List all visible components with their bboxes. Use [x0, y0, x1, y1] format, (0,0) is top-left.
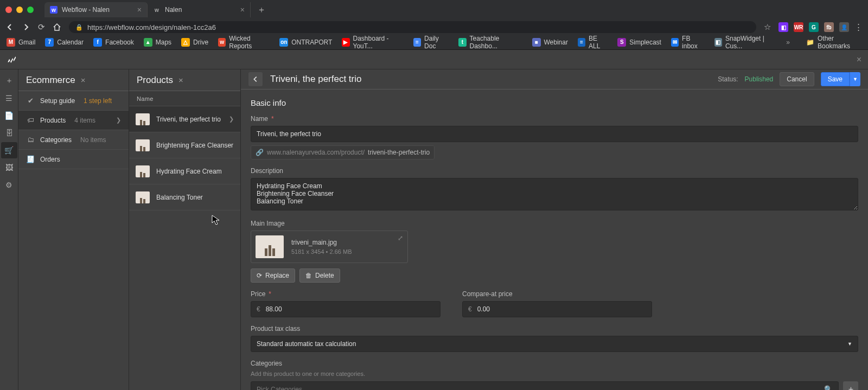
close-icon[interactable]: × — [81, 75, 86, 85]
close-icon[interactable]: × — [137, 5, 142, 14]
save-button[interactable]: Save — [821, 72, 850, 86]
extension-icon[interactable]: G — [809, 22, 819, 32]
sidebar-item-orders[interactable]: 🧾 Orders — [18, 150, 129, 169]
compare-input[interactable] — [477, 302, 652, 317]
add-element-icon[interactable]: ＋ — [1, 73, 17, 89]
maximize-window-icon[interactable] — [27, 7, 34, 13]
assets-icon[interactable]: 🖼 — [1, 159, 17, 176]
product-thumb-icon — [136, 113, 150, 125]
save-dropdown-button[interactable]: ▼ — [850, 72, 860, 86]
bookmark-yt[interactable]: ▶Dashboard - YouT... — [342, 35, 404, 50]
bookmark-gmail[interactable]: MGmail — [7, 38, 35, 47]
sidebar-item-label: Categories — [40, 136, 72, 144]
description-input[interactable] — [251, 178, 858, 210]
webflow-logo-icon[interactable] — [7, 55, 16, 65]
bookmark-icon: ◧ — [714, 38, 722, 47]
add-category-button[interactable]: ＋ — [843, 381, 858, 390]
panel-title: Products — [137, 75, 173, 86]
bookmark-fbinbox[interactable]: ✉FB inbox — [671, 35, 705, 50]
folder-icon: 📁 — [806, 39, 814, 46]
browser-tab-nalen[interactable]: w Nalen × — [148, 2, 251, 17]
bookmark-dailydoc[interactable]: ≡Daily Doc — [413, 35, 449, 50]
sidebar-item-categories[interactable]: 🗂 Categories No items — [18, 130, 129, 150]
bookmark-maps[interactable]: ▲Maps — [144, 38, 171, 47]
extension-icon[interactable]: fb — [824, 22, 834, 32]
compare-input-wrap: € — [462, 301, 652, 317]
close-icon[interactable]: × — [178, 75, 183, 85]
image-filename: triveni_main.jpg — [291, 239, 352, 246]
bookmark-label: Daily Doc — [424, 35, 449, 50]
navigator-icon[interactable]: ☰ — [1, 90, 17, 106]
currency-symbol: € — [251, 305, 266, 313]
webflow-topbar: × — [0, 50, 868, 69]
browser-tab-webflow[interactable]: w Webflow - Nalen × — [44, 2, 148, 17]
cancel-button[interactable]: Cancel — [780, 72, 814, 86]
select-value: Standard automatic tax calculation — [257, 340, 356, 348]
button-label: Delete — [315, 272, 334, 279]
lock-icon: 🔒 — [75, 24, 83, 31]
product-row-toner[interactable]: Balancing Toner — [129, 184, 240, 210]
bookmark-calendar[interactable]: 7Calendar — [45, 38, 84, 47]
categories-input[interactable]: Pick Categories... 🔍 — [251, 381, 839, 390]
address-bar[interactable]: 🔒 https://webflow.com/design/nalen-1cc2a… — [69, 21, 756, 33]
name-label: Name* — [251, 115, 858, 123]
ecommerce-panel: Ecommerce × ✔ Setup guide 1 step left 🏷 … — [18, 69, 129, 390]
bookmark-snapwidget[interactable]: ◧SnapWidget | Cus... — [714, 35, 777, 50]
menu-icon[interactable]: ⋮ — [854, 22, 863, 32]
close-icon[interactable]: × — [240, 5, 245, 14]
bookmark-ontraport[interactable]: onONTRAPORT — [279, 38, 332, 47]
extension-icon[interactable]: WR — [794, 22, 803, 32]
bookmark-facebook[interactable]: fFacebook — [93, 38, 134, 47]
bookmark-beall[interactable]: ≡BE ALL — [578, 35, 608, 50]
avatar-icon[interactable]: 👤 — [839, 22, 849, 32]
pages-icon[interactable]: 📄 — [1, 107, 17, 124]
star-icon[interactable]: ☆ — [764, 22, 771, 32]
bookmark-teachable[interactable]: tTeachable Dashbo... — [458, 35, 522, 50]
product-row-triveni[interactable]: Triveni, the perfect trio ❯ — [129, 106, 240, 132]
trash-icon: 🗑 — [305, 272, 312, 279]
bookmark-wicked[interactable]: wWicked Reports — [218, 35, 270, 50]
expand-icon[interactable]: ⤢ — [398, 234, 403, 242]
product-row-cream[interactable]: Hydrating Face Cream — [129, 158, 240, 184]
back-button[interactable] — [248, 72, 263, 86]
sidebar-item-label: Setup guide — [40, 97, 75, 105]
bookmark-label: Dashboard - YouT... — [353, 35, 404, 50]
slug-display[interactable]: 🔗 www.nalenayurveda.com/product/triveni-… — [251, 145, 435, 159]
bookmark-simplecast[interactable]: SSimplecast — [617, 38, 661, 47]
sidebar-item-setup-guide[interactable]: ✔ Setup guide 1 step left — [18, 91, 129, 111]
product-thumb-icon — [136, 165, 150, 177]
bookmark-webinar[interactable]: ■Webinar — [532, 38, 568, 47]
settings-icon[interactable]: ⚙ — [1, 177, 17, 193]
reload-icon[interactable]: ⟳ — [38, 22, 45, 32]
tax-select[interactable]: Standard automatic tax calculation ▼ — [251, 336, 858, 352]
back-icon[interactable] — [5, 23, 14, 31]
main-image-box: triveni_main.jpg 5181 x 3454 • 2.66 MB ⤢ — [251, 231, 408, 263]
other-bookmarks-label: Other Bookmarks — [818, 35, 861, 50]
image-thumb[interactable] — [256, 235, 284, 258]
product-editor: Triveni, the perfect trio Status: Publis… — [241, 69, 868, 390]
name-input[interactable] — [251, 126, 858, 142]
product-row-cleanser[interactable]: Brightening Face Cleanser — [129, 132, 240, 158]
ecommerce-icon[interactable]: 🛒 — [1, 142, 17, 158]
extensions: ◧ WR G fb 👤 ⋮ — [778, 22, 863, 32]
close-window-icon[interactable] — [5, 7, 12, 13]
new-tab-button[interactable]: ＋ — [251, 4, 272, 16]
replace-button[interactable]: ⟳Replace — [251, 268, 295, 283]
bookmark-drive[interactable]: △Drive — [181, 38, 208, 47]
close-panel-icon[interactable]: × — [857, 55, 861, 65]
other-bookmarks[interactable]: 📁Other Bookmarks — [806, 35, 861, 50]
price-input[interactable] — [266, 302, 440, 317]
cms-icon[interactable]: 🗄 — [1, 125, 17, 141]
delete-button[interactable]: 🗑Delete — [299, 268, 340, 283]
price-label: Price* — [251, 290, 441, 298]
traffic-lights — [5, 7, 34, 13]
currency-symbol: € — [463, 305, 477, 313]
receipt-icon: 🧾 — [26, 155, 35, 163]
home-icon[interactable] — [53, 23, 61, 31]
bookmark-icon: ▶ — [342, 38, 349, 47]
forward-icon[interactable] — [22, 23, 30, 31]
minimize-window-icon[interactable] — [16, 7, 23, 13]
sidebar-item-products[interactable]: 🏷 Products 4 items ❯ — [18, 111, 129, 130]
extension-icon[interactable]: ◧ — [778, 22, 788, 32]
bookmarks-overflow-icon[interactable]: » — [786, 39, 790, 46]
